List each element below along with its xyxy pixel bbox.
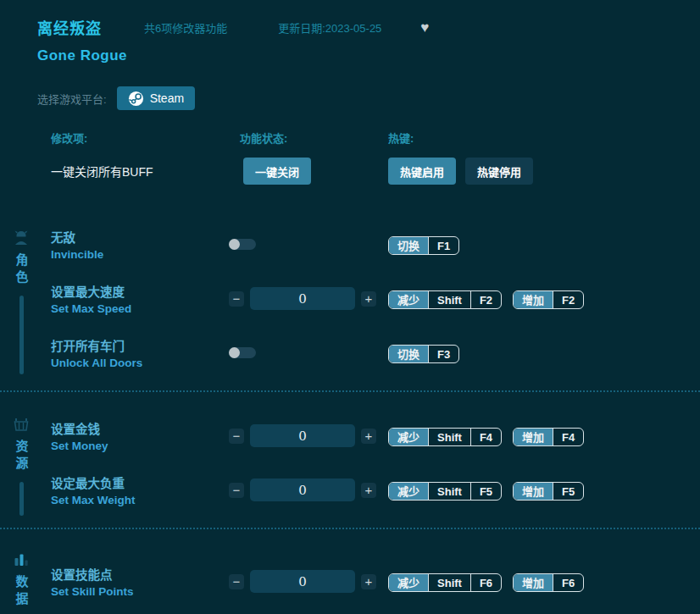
platform-label: 选择游戏平台: — [37, 91, 107, 107]
group-resources-sidebar: 资源 — [11, 416, 31, 516]
increment-button[interactable]: + — [361, 574, 376, 589]
chip-modifier: Shift — [428, 483, 470, 500]
chip-modifier: Shift — [428, 429, 470, 445]
money-stepper: − + — [229, 419, 388, 447]
chip-action: 增加 — [514, 483, 553, 500]
feature-row-money: 设置金钱 Set Money − + 减少 Shift F4 — [51, 419, 700, 473]
group-line — [19, 482, 24, 516]
decrement-button[interactable]: − — [229, 429, 244, 444]
hotkey-chip-decrease-f4[interactable]: 减少 Shift F4 — [388, 428, 502, 446]
group-label-character: 角色 — [13, 253, 31, 287]
column-header-status: 功能状态: — [229, 130, 388, 146]
chip-modifier: Shift — [428, 574, 470, 591]
chip-action: 减少 — [389, 429, 428, 445]
chip-key: F6 — [470, 574, 501, 591]
unlock-doors-toggle[interactable] — [229, 347, 256, 358]
character-icon — [13, 230, 30, 246]
chip-key: F6 — [553, 574, 583, 591]
hotkey-enable-button[interactable]: 热键启用 — [388, 158, 456, 185]
chip-action: 切换 — [389, 346, 428, 362]
max-speed-value-input[interactable] — [250, 287, 355, 310]
hotkey-chip-toggle-f3[interactable]: 切换 F3 — [388, 345, 459, 363]
max-speed-stepper: − + — [229, 282, 388, 310]
chip-key: F2 — [470, 291, 501, 308]
group-data-sidebar: 数据 — [11, 551, 31, 614]
group-resources: 资源 设置金钱 Set Money − + 减少 — [0, 392, 700, 528]
decrement-button[interactable]: − — [229, 574, 244, 589]
steam-platform-button[interactable]: Steam — [117, 86, 195, 110]
group-line — [19, 296, 24, 374]
column-headers: 修改项: 功能状态: 热键: — [51, 130, 700, 146]
feature-label-zh: 设定最大负重 — [51, 475, 229, 492]
feature-label-en: Set Max Speed — [51, 301, 229, 318]
skill-points-value-input[interactable] — [250, 570, 355, 593]
hotkey-chip-toggle-f1[interactable]: 切换 F1 — [388, 236, 459, 255]
max-weight-stepper: − + — [229, 473, 388, 501]
hotkey-chip-decrease-f6[interactable]: 减少 Shift F6 — [388, 573, 502, 592]
page-title-english: Gone Rogue — [37, 47, 700, 64]
column-header-modify: 修改项: — [51, 130, 229, 146]
decrement-button[interactable]: − — [229, 483, 244, 498]
chip-action: 增加 — [514, 429, 553, 445]
chip-action: 减少 — [389, 291, 428, 308]
toggle-knob — [229, 347, 240, 358]
hotkey-chip-increase-f4[interactable]: 增加 F4 — [513, 428, 584, 446]
chip-action: 增加 — [514, 291, 553, 308]
chip-key: F5 — [470, 483, 501, 500]
feature-row-unlock-doors: 打开所有车门 Unlock All Doors 切换 F3 — [51, 336, 700, 390]
feature-row-max-weight: 设定最大负重 Set Max Weight − + 减少 Shift F5 — [51, 473, 700, 528]
increment-button[interactable]: + — [361, 429, 376, 444]
money-value-input[interactable] — [250, 424, 355, 447]
platform-selector: 选择游戏平台: Steam — [37, 86, 700, 110]
data-icon — [13, 551, 30, 568]
chip-action: 切换 — [389, 237, 428, 254]
hotkey-chip-decrease-f2[interactable]: 减少 Shift F2 — [388, 290, 502, 309]
invincible-toggle[interactable] — [229, 239, 256, 250]
page-title: 离经叛盗 — [37, 16, 102, 38]
steam-button-label: Steam — [150, 91, 184, 105]
hotkey-chip-increase-f5[interactable]: 增加 F5 — [513, 482, 584, 501]
feature-label-zh: 设置技能点 — [51, 567, 229, 584]
chip-modifier: Shift — [428, 291, 470, 308]
feature-label-en: Invincible — [51, 246, 229, 263]
feature-label-zh: 打开所有车门 — [51, 338, 229, 355]
chip-key: F2 — [553, 291, 583, 308]
column-header-hotkey: 热键: — [388, 130, 414, 146]
hotkey-chip-increase-f2[interactable]: 增加 F2 — [513, 290, 584, 309]
chip-key: F5 — [553, 483, 583, 500]
chip-key: F1 — [428, 237, 458, 254]
group-character-sidebar: 角色 — [11, 230, 31, 374]
favorite-heart-icon[interactable]: ♥ — [420, 20, 429, 35]
increment-button[interactable]: + — [361, 291, 376, 307]
chip-key: F3 — [428, 346, 458, 362]
close-all-buff-button[interactable]: 一键关闭 — [243, 158, 311, 185]
group-data: 数据 设置技能点 Set Skill Points − + — [0, 529, 700, 614]
update-date: 更新日期:2023-05-25 — [278, 19, 381, 36]
group-label-data: 数据 — [13, 575, 31, 609]
feature-label-zh: 设置金钱 — [51, 421, 229, 438]
chip-key: F4 — [470, 429, 501, 445]
chip-key: F4 — [553, 429, 583, 445]
hotkey-disable-button[interactable]: 热键停用 — [465, 158, 533, 185]
group-character: 角色 无敌 Invincible 切换 F1 — [0, 228, 700, 390]
chip-action: 增加 — [514, 574, 553, 591]
hotkey-chip-increase-f6[interactable]: 增加 F6 — [513, 573, 584, 592]
skill-points-stepper: − + — [229, 565, 388, 593]
hotkey-chip-decrease-f5[interactable]: 减少 Shift F5 — [388, 482, 502, 501]
increment-button[interactable]: + — [361, 483, 376, 498]
chip-action: 减少 — [389, 574, 428, 591]
feature-label-en: Set Money — [51, 438, 229, 455]
decrement-button[interactable]: − — [229, 291, 244, 307]
feature-label-en: Set Max Weight — [51, 492, 229, 509]
master-row: 一键关闭所有BUFF 一键关闭 热键启用 热键停用 — [51, 158, 700, 185]
feature-row-invincible: 无敌 Invincible 切换 F1 — [51, 228, 700, 282]
feature-label-zh: 设置最大速度 — [51, 284, 229, 301]
steam-icon — [128, 91, 144, 107]
max-weight-value-input[interactable] — [250, 478, 355, 501]
feature-label-zh: 无敌 — [51, 230, 229, 246]
chip-action: 减少 — [389, 483, 428, 500]
feature-label-en: Unlock All Doors — [51, 355, 229, 372]
feature-count: 共6项修改器功能 — [144, 19, 227, 36]
feature-label-en: Set Skill Points — [51, 584, 229, 600]
trainer-page: 离经叛盗 共6项修改器功能 更新日期:2023-05-25 ♥ Gone Rog… — [0, 0, 700, 614]
